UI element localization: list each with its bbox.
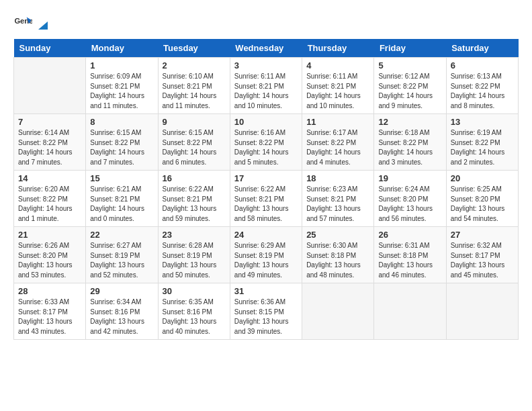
day-info: Sunrise: 6:33 AMSunset: 8:17 PMDaylight:… bbox=[18, 298, 81, 336]
day-info: Sunrise: 6:13 AMSunset: 8:22 PMDaylight:… bbox=[451, 72, 514, 111]
day-number: 1 bbox=[90, 60, 153, 71]
calendar-cell: 3Sunrise: 6:11 AMSunset: 8:21 PMDaylight… bbox=[230, 58, 302, 114]
day-info: Sunrise: 6:11 AMSunset: 8:21 PMDaylight:… bbox=[306, 72, 369, 111]
day-number: 29 bbox=[90, 286, 153, 296]
day-number: 11 bbox=[306, 117, 369, 127]
calendar-cell bbox=[374, 283, 446, 340]
day-header-friday: Friday bbox=[374, 39, 446, 58]
day-number: 22 bbox=[90, 230, 153, 240]
calendar-cell: 14Sunrise: 6:20 AMSunset: 8:22 PMDayligh… bbox=[14, 171, 86, 227]
calendar-cell: 25Sunrise: 6:30 AMSunset: 8:18 PMDayligh… bbox=[302, 227, 374, 283]
calendar-cell: 31Sunrise: 6:36 AMSunset: 8:15 PMDayligh… bbox=[230, 283, 302, 340]
logo-triangle-icon bbox=[36, 17, 50, 32]
day-header-thursday: Thursday bbox=[302, 39, 374, 58]
day-info: Sunrise: 6:23 AMSunset: 8:21 PMDaylight:… bbox=[306, 185, 369, 224]
day-number: 19 bbox=[378, 173, 441, 183]
calendar-cell: 1Sunrise: 6:09 AMSunset: 8:21 PMDaylight… bbox=[86, 58, 158, 114]
day-info: Sunrise: 6:32 AMSunset: 8:17 PMDaylight:… bbox=[451, 241, 514, 280]
calendar-cell: 21Sunrise: 6:26 AMSunset: 8:20 PMDayligh… bbox=[14, 227, 86, 283]
logo: General bbox=[13, 13, 50, 32]
logo-icon: General bbox=[13, 13, 32, 32]
calendar-cell: 28Sunrise: 6:33 AMSunset: 8:17 PMDayligh… bbox=[14, 283, 86, 340]
day-number: 12 bbox=[378, 117, 441, 127]
calendar-cell: 2Sunrise: 6:10 AMSunset: 8:21 PMDaylight… bbox=[158, 58, 230, 114]
day-number: 4 bbox=[306, 60, 369, 71]
day-header-monday: Monday bbox=[86, 39, 158, 58]
day-info: Sunrise: 6:24 AMSunset: 8:20 PMDaylight:… bbox=[378, 185, 441, 224]
day-number: 5 bbox=[378, 60, 441, 71]
day-info: Sunrise: 6:25 AMSunset: 8:20 PMDaylight:… bbox=[451, 185, 514, 224]
day-header-wednesday: Wednesday bbox=[230, 39, 302, 58]
calendar-cell bbox=[302, 283, 374, 340]
day-number: 2 bbox=[163, 60, 226, 71]
day-header-sunday: Sunday bbox=[14, 39, 86, 58]
day-number: 10 bbox=[234, 117, 298, 127]
day-number: 7 bbox=[18, 117, 81, 127]
day-number: 24 bbox=[234, 230, 298, 240]
header: General bbox=[13, 13, 519, 32]
day-info: Sunrise: 6:22 AMSunset: 8:21 PMDaylight:… bbox=[163, 185, 226, 224]
calendar-cell: 7Sunrise: 6:14 AMSunset: 8:22 PMDaylight… bbox=[14, 114, 86, 171]
calendar-week-row: 1Sunrise: 6:09 AMSunset: 8:21 PMDaylight… bbox=[14, 58, 519, 114]
day-number: 30 bbox=[163, 286, 226, 296]
calendar-cell: 15Sunrise: 6:21 AMSunset: 8:21 PMDayligh… bbox=[86, 171, 158, 227]
calendar-cell: 29Sunrise: 6:34 AMSunset: 8:16 PMDayligh… bbox=[86, 283, 158, 340]
day-info: Sunrise: 6:18 AMSunset: 8:22 PMDaylight:… bbox=[378, 128, 441, 167]
calendar-cell: 17Sunrise: 6:22 AMSunset: 8:21 PMDayligh… bbox=[230, 171, 302, 227]
calendar-cell: 6Sunrise: 6:13 AMSunset: 8:22 PMDaylight… bbox=[446, 58, 518, 114]
calendar-cell: 26Sunrise: 6:31 AMSunset: 8:18 PMDayligh… bbox=[374, 227, 446, 283]
calendar-cell: 24Sunrise: 6:29 AMSunset: 8:19 PMDayligh… bbox=[230, 227, 302, 283]
day-info: Sunrise: 6:09 AMSunset: 8:21 PMDaylight:… bbox=[90, 72, 153, 111]
calendar-cell: 18Sunrise: 6:23 AMSunset: 8:21 PMDayligh… bbox=[302, 171, 374, 227]
day-number: 9 bbox=[163, 117, 226, 127]
calendar-cell: 27Sunrise: 6:32 AMSunset: 8:17 PMDayligh… bbox=[446, 227, 518, 283]
day-number: 8 bbox=[90, 117, 153, 127]
day-info: Sunrise: 6:15 AMSunset: 8:22 PMDaylight:… bbox=[90, 128, 153, 167]
calendar-table: SundayMondayTuesdayWednesdayThursdayFrid… bbox=[13, 39, 519, 340]
day-number: 3 bbox=[234, 60, 298, 71]
day-info: Sunrise: 6:20 AMSunset: 8:22 PMDaylight:… bbox=[18, 185, 81, 224]
day-number: 17 bbox=[234, 173, 298, 183]
calendar-cell: 16Sunrise: 6:22 AMSunset: 8:21 PMDayligh… bbox=[158, 171, 230, 227]
day-number: 27 bbox=[451, 230, 514, 240]
day-info: Sunrise: 6:10 AMSunset: 8:21 PMDaylight:… bbox=[163, 72, 226, 111]
calendar-cell: 4Sunrise: 6:11 AMSunset: 8:21 PMDaylight… bbox=[302, 58, 374, 114]
calendar-cell: 9Sunrise: 6:15 AMSunset: 8:22 PMDaylight… bbox=[158, 114, 230, 171]
day-header-saturday: Saturday bbox=[446, 39, 518, 58]
day-info: Sunrise: 6:14 AMSunset: 8:22 PMDaylight:… bbox=[18, 128, 81, 167]
calendar-cell: 23Sunrise: 6:28 AMSunset: 8:19 PMDayligh… bbox=[158, 227, 230, 283]
day-number: 31 bbox=[234, 286, 298, 296]
calendar-cell bbox=[14, 58, 86, 114]
calendar-cell: 20Sunrise: 6:25 AMSunset: 8:20 PMDayligh… bbox=[446, 171, 518, 227]
day-header-tuesday: Tuesday bbox=[158, 39, 230, 58]
day-info: Sunrise: 6:35 AMSunset: 8:16 PMDaylight:… bbox=[163, 298, 226, 336]
day-number: 16 bbox=[163, 173, 226, 183]
calendar-cell: 11Sunrise: 6:17 AMSunset: 8:22 PMDayligh… bbox=[302, 114, 374, 171]
day-info: Sunrise: 6:29 AMSunset: 8:19 PMDaylight:… bbox=[234, 241, 298, 280]
day-number: 21 bbox=[18, 230, 81, 240]
day-number: 15 bbox=[90, 173, 153, 183]
day-info: Sunrise: 6:28 AMSunset: 8:19 PMDaylight:… bbox=[163, 241, 226, 280]
calendar-cell: 12Sunrise: 6:18 AMSunset: 8:22 PMDayligh… bbox=[374, 114, 446, 171]
day-info: Sunrise: 6:21 AMSunset: 8:21 PMDaylight:… bbox=[90, 185, 153, 224]
calendar-cell: 10Sunrise: 6:16 AMSunset: 8:22 PMDayligh… bbox=[230, 114, 302, 171]
calendar-cell bbox=[446, 283, 518, 340]
calendar-cell: 19Sunrise: 6:24 AMSunset: 8:20 PMDayligh… bbox=[374, 171, 446, 227]
calendar-week-row: 14Sunrise: 6:20 AMSunset: 8:22 PMDayligh… bbox=[14, 171, 519, 227]
day-number: 23 bbox=[163, 230, 226, 240]
calendar-week-row: 7Sunrise: 6:14 AMSunset: 8:22 PMDaylight… bbox=[14, 114, 519, 171]
day-number: 25 bbox=[306, 230, 369, 240]
calendar-week-row: 21Sunrise: 6:26 AMSunset: 8:20 PMDayligh… bbox=[14, 227, 519, 283]
day-number: 20 bbox=[451, 173, 514, 183]
day-info: Sunrise: 6:11 AMSunset: 8:21 PMDaylight:… bbox=[234, 72, 298, 111]
day-info: Sunrise: 6:27 AMSunset: 8:19 PMDaylight:… bbox=[90, 241, 153, 280]
calendar-cell: 5Sunrise: 6:12 AMSunset: 8:22 PMDaylight… bbox=[374, 58, 446, 114]
svg-marker-2 bbox=[38, 21, 48, 30]
day-info: Sunrise: 6:22 AMSunset: 8:21 PMDaylight:… bbox=[234, 185, 298, 224]
day-info: Sunrise: 6:19 AMSunset: 8:22 PMDaylight:… bbox=[451, 128, 514, 167]
day-info: Sunrise: 6:36 AMSunset: 8:15 PMDaylight:… bbox=[234, 298, 298, 336]
day-info: Sunrise: 6:31 AMSunset: 8:18 PMDaylight:… bbox=[378, 241, 441, 280]
day-info: Sunrise: 6:30 AMSunset: 8:18 PMDaylight:… bbox=[306, 241, 369, 280]
day-number: 13 bbox=[451, 117, 514, 127]
calendar-cell: 13Sunrise: 6:19 AMSunset: 8:22 PMDayligh… bbox=[446, 114, 518, 171]
